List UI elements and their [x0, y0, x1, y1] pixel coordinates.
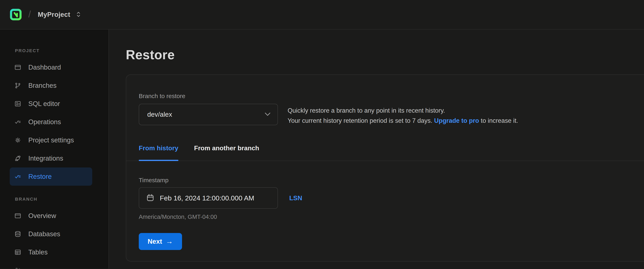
sidebar-item-project-settings[interactable]: Project settings	[10, 131, 92, 149]
sidebar-section-label: BRANCH	[15, 196, 108, 202]
tabbar: From history From another branch	[126, 144, 644, 161]
unfold-icon	[76, 11, 81, 18]
settings-icon	[14, 136, 22, 144]
sidebar-item-overview[interactable]: Overview	[10, 207, 92, 225]
lsn-link[interactable]: LSN	[289, 194, 302, 202]
integrations-icon	[14, 155, 22, 162]
sidebar-item-integrations[interactable]: Integrations	[10, 149, 92, 168]
timestamp-value: Feb 16, 2024 12:00:00.000 AM	[160, 194, 254, 202]
sidebar-section-branch: BRANCHOverviewDatabasesTables	[10, 196, 108, 268]
sidebar-item-branches[interactable]: Branches	[10, 76, 92, 95]
sidebar-item-label: Operations	[28, 118, 61, 126]
sidebar-section-project: PROJECTDashboardBranchesSQL editorOperat…	[10, 48, 108, 186]
restore-card: Branch to restore dev/alex Quickly resto…	[126, 74, 644, 262]
page-title: Restore	[126, 47, 644, 63]
tab-from-history[interactable]: From history	[139, 144, 178, 160]
main-content: Restore Branch to restore dev/alex Quick	[109, 30, 644, 268]
upgrade-to-pro-link[interactable]: Upgrade to pro	[434, 117, 479, 124]
operations-icon	[14, 118, 22, 126]
arrow-right-icon: →	[166, 237, 173, 246]
sidebar-item-label: SQL editor	[28, 100, 60, 108]
neon-logo[interactable]	[10, 8, 22, 21]
sidebar-item-tables[interactable]: Tables	[10, 243, 92, 261]
sidebar-item-restore[interactable]: Restore	[10, 168, 92, 186]
sidebar-item-partial[interactable]	[10, 261, 92, 268]
calendar-icon	[146, 193, 154, 203]
sidebar-item-label: Databases	[28, 230, 60, 238]
restore-icon	[14, 173, 22, 180]
sidebar-item-operations[interactable]: Operations	[10, 113, 92, 131]
branch-select[interactable]: dev/alex	[139, 104, 278, 125]
chevron-down-icon	[265, 113, 270, 116]
tab-from-another-branch[interactable]: From another branch	[194, 144, 259, 160]
description-line1: Quickly restore a branch to any point in…	[288, 106, 518, 116]
sidebar-item-databases[interactable]: Databases	[10, 225, 92, 243]
sidebar-item-label: Overview	[28, 212, 56, 220]
branches-icon	[14, 82, 22, 89]
sidebar-item-label: Project settings	[28, 136, 74, 144]
timezone-label: America/Moncton, GMT-04:00	[139, 213, 644, 220]
sidebar-item-sql-editor[interactable]: SQL editor	[10, 95, 92, 113]
sidebar: PROJECTDashboardBranchesSQL editorOperat…	[0, 30, 109, 268]
sidebar-item-label: Tables	[28, 248, 48, 256]
restore-description: Quickly restore a branch to any point in…	[288, 106, 518, 126]
sidebar-section-label: PROJECT	[15, 48, 108, 54]
next-button[interactable]: Next →	[139, 233, 182, 250]
breadcrumb-separator: /	[28, 9, 31, 20]
dashboard-icon	[14, 64, 22, 71]
sql-editor-icon	[14, 100, 22, 108]
users-icon	[14, 267, 22, 268]
sidebar-item-label: Dashboard	[28, 64, 61, 71]
sidebar-item-label: Restore	[28, 173, 52, 180]
overview-icon	[14, 212, 22, 220]
timestamp-label: Timestamp	[139, 176, 644, 184]
sidebar-item-label: Branches	[28, 82, 56, 90]
description-line2: Your current history retention period is…	[288, 116, 518, 126]
project-switcher[interactable]: MyProject	[38, 11, 81, 18]
sidebar-item-dashboard[interactable]: Dashboard	[10, 58, 92, 76]
branch-select-value: dev/alex	[147, 111, 172, 118]
timestamp-input[interactable]: Feb 16, 2024 12:00:00.000 AM	[139, 187, 278, 209]
database-icon	[14, 230, 22, 238]
project-name: MyProject	[38, 11, 70, 18]
table-icon	[14, 248, 22, 256]
branch-select-label: Branch to restore	[139, 92, 644, 100]
sidebar-item-label: Integrations	[28, 154, 63, 162]
topbar: / MyProject	[0, 0, 644, 30]
